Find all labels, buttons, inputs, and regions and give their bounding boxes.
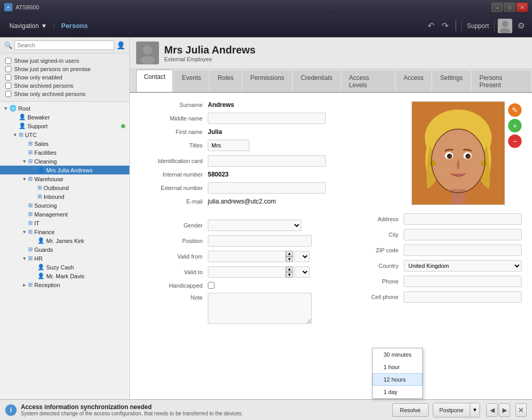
tree-node-reception[interactable]: ► ⊞ Reception <box>0 280 129 289</box>
valid-to-spinners: ▲ ▼ <box>286 266 293 278</box>
support-button[interactable]: Support <box>461 20 495 32</box>
tree-node-inbound[interactable]: ⊞ Inbound <box>0 192 129 201</box>
id-card-input[interactable] <box>208 155 326 167</box>
person-avatar-icon <box>136 42 159 64</box>
cell-phone-input[interactable] <box>404 291 522 303</box>
position-row: Position <box>140 235 326 247</box>
tab-roles[interactable]: Roles <box>210 71 242 92</box>
photo-add-button[interactable]: + <box>508 119 522 132</box>
valid-to-input[interactable] <box>208 266 286 278</box>
person-filter-icon[interactable]: 👤 <box>116 41 125 49</box>
close-status-button[interactable]: ✕ <box>515 403 527 417</box>
tab-settings[interactable]: Settings <box>432 71 470 92</box>
resolve-button[interactable]: Resolve <box>392 403 429 417</box>
tab-access-levels[interactable]: Access Levels <box>341 71 395 92</box>
tab-permissions[interactable]: Permissions <box>243 71 292 92</box>
valid-to-type-select[interactable] <box>294 266 310 278</box>
close-button[interactable]: ✕ <box>516 3 528 12</box>
tab-contact[interactable]: Contact <box>136 70 173 92</box>
photo-delete-button[interactable]: − <box>508 134 522 148</box>
tree-node-warehouse[interactable]: ▼ ⊞ Warehouse <box>0 174 129 183</box>
valid-from-down[interactable]: ▼ <box>286 256 293 262</box>
sidebar-filters: Show just signed-in users Show just pers… <box>0 53 129 102</box>
tab-access[interactable]: Access <box>396 71 432 92</box>
zip-input[interactable] <box>404 245 522 256</box>
svg-point-12 <box>448 154 450 156</box>
tree-node-utc[interactable]: ▼ ⊞ UTC <box>0 130 129 139</box>
prev-arrow-button[interactable]: ◀ <box>486 403 498 417</box>
tree-node-facilities[interactable]: ⊞ Facilities <box>0 148 129 157</box>
person-icon: 👤 <box>19 114 26 120</box>
tree-node-mark-davis[interactable]: 👤 Mr. Mark Davis <box>0 272 129 280</box>
titles-input[interactable] <box>208 140 249 151</box>
address-label: Address <box>336 216 404 222</box>
filter-archived[interactable]: Show archived persons <box>5 82 124 90</box>
valid-from-up[interactable]: ▲ <box>286 251 293 256</box>
id-card-row: Identification card <box>140 155 326 167</box>
tab-credentials[interactable]: Credentials <box>293 71 340 92</box>
valid-to-down[interactable]: ▼ <box>286 272 293 278</box>
valid-from-type-select[interactable] <box>294 251 310 262</box>
person-icon: 👤 <box>37 237 45 244</box>
postpone-dropdown-arrow[interactable]: ▼ <box>470 403 480 417</box>
navigation-menu-button[interactable]: Navigation ▼ <box>5 20 51 32</box>
tree-label: Sourcing <box>34 202 57 209</box>
id-card-label: Identification card <box>140 158 208 164</box>
address-input[interactable] <box>404 213 522 225</box>
minimize-button[interactable]: – <box>491 3 503 12</box>
filter-only-enabled[interactable]: Show only enabled <box>5 73 124 82</box>
tree-node-bewaker[interactable]: 👤 Bewaker <box>0 113 129 121</box>
photo-edit-button[interactable]: ✎ <box>508 103 522 117</box>
postpone-option-12hr[interactable]: 12 hours <box>373 373 422 386</box>
svg-point-14 <box>430 161 435 166</box>
expand-icon: ▼ <box>21 256 28 261</box>
handicapped-checkbox[interactable] <box>208 282 215 289</box>
filter-on-premise[interactable]: Show just persons on premise <box>5 65 124 73</box>
gender-select[interactable]: Male Female <box>208 220 301 231</box>
postpone-option-30min[interactable]: 30 minutes <box>373 348 422 361</box>
position-label: Position <box>140 238 208 244</box>
tree-node-suzy-cash[interactable]: 👤 Suzy Cash <box>0 263 129 272</box>
position-input[interactable] <box>208 235 312 247</box>
filter-only-archived[interactable]: Show only archived persons <box>5 90 124 98</box>
grid-icon: ⊞ <box>28 281 33 288</box>
tree-node-james-kirk[interactable]: 👤 Mr. James Kirk <box>0 236 129 245</box>
city-input[interactable] <box>404 229 522 240</box>
country-select[interactable]: United Kingdom United States Germany Fra… <box>404 260 522 272</box>
valid-from-input[interactable] <box>208 251 286 262</box>
globe-icon: 🌐 <box>9 105 17 112</box>
tree-node-sales[interactable]: ⊞ Sales <box>0 139 129 148</box>
settings-gear-icon[interactable]: ⚙ <box>515 19 527 33</box>
valid-to-up[interactable]: ▲ <box>286 266 293 272</box>
redo-button[interactable]: ↷ <box>440 20 450 32</box>
postpone-popup: 30 minutes 1 hour 12 hours 1 day <box>372 348 423 399</box>
filter-signed-in[interactable]: Show just signed-in users <box>5 57 124 65</box>
tree-node-finance[interactable]: ▼ ⊞ Finance <box>0 227 129 236</box>
tree-node-management[interactable]: ⊞ Management <box>0 210 129 219</box>
tree-node-cleaning[interactable]: ▼ ⊞ Cleaning <box>0 157 129 166</box>
undo-button[interactable]: ↶ <box>425 20 436 32</box>
tree-node-outbound[interactable]: ⊞ Outbound <box>0 183 129 192</box>
search-input[interactable] <box>15 40 114 50</box>
tree-node-hr[interactable]: ▼ ⊞ HR <box>0 254 129 263</box>
postpone-option-1day[interactable]: 1 day <box>373 386 422 398</box>
tree-node-root[interactable]: ▼ 🌐 Root <box>0 104 129 113</box>
tree-node-sourcing[interactable]: ⊞ Sourcing <box>0 201 129 210</box>
tree-node-it[interactable]: ⊞ IT <box>0 219 129 227</box>
tree-node-guards[interactable]: ⊞ Guards <box>0 245 129 254</box>
note-textarea[interactable] <box>208 293 312 324</box>
postpone-button[interactable]: Postpone <box>433 403 470 417</box>
tree-node-support[interactable]: 👤 Support <box>0 121 129 130</box>
maximize-button[interactable]: □ <box>504 3 515 12</box>
tab-persons-present[interactable]: Persons Present <box>472 71 531 92</box>
tree-node-julia-andrews[interactable]: 👤 Mrs Julia Andrews <box>0 166 129 174</box>
person-header: Mrs Julia Andrews External Employee <box>130 37 532 69</box>
email-label: E-mail <box>140 198 208 205</box>
tree-label: Mr. James Kirk <box>46 238 84 244</box>
next-arrow-button[interactable]: ▶ <box>499 403 510 417</box>
phone-input[interactable] <box>404 276 522 287</box>
tab-events[interactable]: Events <box>174 71 209 92</box>
postpone-option-1hr[interactable]: 1 hour <box>373 361 422 373</box>
external-number-input[interactable] <box>208 182 326 194</box>
middle-name-input[interactable] <box>208 113 326 124</box>
